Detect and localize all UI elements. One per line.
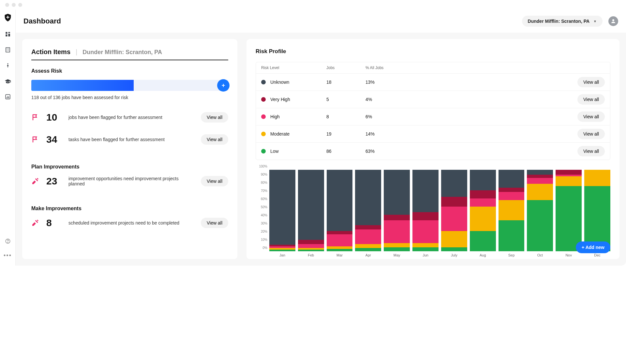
flag-icon	[31, 136, 40, 143]
metric-value: 34	[46, 134, 63, 145]
x-tick: Jan	[269, 253, 295, 257]
svg-rect-8	[7, 96, 8, 98]
action-items-title: Action Items	[31, 48, 70, 56]
svg-point-11	[7, 242, 8, 242]
svg-rect-9	[8, 96, 9, 98]
bar-segment	[298, 244, 324, 248]
tools-icon	[31, 177, 40, 185]
bar-segment	[412, 170, 439, 212]
col-pct: % All Jobs	[365, 66, 575, 70]
bar-column	[584, 170, 610, 251]
risk-color-dot	[261, 114, 266, 119]
person-icon[interactable]	[4, 62, 11, 69]
building-icon[interactable]	[4, 46, 11, 53]
y-tick: 80%	[261, 181, 267, 184]
x-tick: Feb	[298, 253, 324, 257]
bar-column	[556, 170, 582, 251]
view-all-button[interactable]: View all	[577, 94, 605, 105]
bar-segment	[527, 184, 553, 200]
bar-segment	[412, 243, 439, 247]
y-tick: 20%	[261, 230, 267, 233]
view-all-button[interactable]: View all	[201, 134, 228, 145]
bar-segment	[384, 170, 410, 215]
x-tick: Aug	[470, 253, 496, 257]
bar-column	[327, 170, 353, 251]
risk-table-row: Unknown1813%View all	[256, 73, 610, 91]
bar-column	[384, 170, 410, 251]
risk-level-label: Moderate	[270, 131, 290, 137]
chart-icon[interactable]	[4, 93, 11, 100]
view-all-button[interactable]: View all	[201, 176, 228, 186]
add-assessment-button[interactable]: +	[217, 79, 230, 92]
help-icon[interactable]	[4, 238, 11, 245]
bar-segment	[412, 247, 439, 252]
bar-segment	[384, 215, 410, 221]
bar-column	[499, 170, 525, 251]
x-tick: Dec	[584, 253, 610, 257]
assess-progress-label: 118 out of 136 jobs have been assessed f…	[31, 95, 228, 100]
x-tick: Nov	[556, 253, 582, 257]
view-all-button[interactable]: View all	[201, 218, 228, 228]
svg-point-12	[612, 19, 614, 21]
view-all-button[interactable]: View all	[577, 77, 605, 87]
bar-segment	[470, 231, 496, 252]
metric-row: 10jobs have been flagged for further ass…	[31, 112, 228, 123]
view-all-button[interactable]: View all	[577, 129, 605, 139]
page-title: Dashboard	[23, 17, 61, 25]
x-tick: Apr	[355, 253, 381, 257]
metric-row: 23improvement opportunities need improve…	[31, 176, 228, 187]
bar-segment	[355, 229, 381, 244]
metric-label: scheduled improvement projects need to b…	[68, 220, 195, 226]
bar-segment	[269, 250, 295, 251]
action-items-location: Dunder Mifflin: Scranton, PA	[82, 49, 162, 56]
risk-pct-value: 13%	[365, 80, 575, 85]
x-tick: Jun	[412, 253, 439, 257]
make-improvements-title: Make Improvements	[31, 206, 228, 211]
risk-pct-value: 63%	[365, 149, 575, 154]
bar-column	[527, 170, 553, 251]
risk-table-row: Very High54%View all	[256, 91, 610, 108]
risk-table: Risk Level Jobs % All Jobs Unknown1813%V…	[256, 62, 610, 160]
location-label: Dunder Mifflin: Scranton, PA	[528, 19, 590, 24]
metric-row: 34tasks have been flagged for further as…	[31, 134, 228, 145]
risk-table-row: High86%View all	[256, 108, 610, 125]
avatar[interactable]	[608, 16, 618, 26]
y-tick: 40%	[261, 213, 267, 217]
metric-label: jobs have been flagged for further asses…	[68, 115, 195, 120]
x-tick: Oct	[527, 253, 553, 257]
bar-segment	[470, 198, 496, 207]
chevron-down-icon: ▼	[593, 20, 597, 23]
svg-point-5	[7, 63, 8, 64]
action-items-card: Action Items | Dunder Mifflin: Scranton,…	[22, 39, 237, 259]
risk-stacked-chart: 0%10%20%30%40%50%60%70%80%90%100%	[256, 170, 610, 251]
view-all-button[interactable]: View all	[201, 112, 228, 123]
bar-segment	[298, 250, 324, 251]
metric-label: tasks have been flagged for further asse…	[68, 137, 195, 142]
y-tick: 100%	[259, 165, 267, 168]
risk-jobs-value: 19	[326, 131, 365, 137]
metric-value: 10	[46, 112, 63, 123]
bar-segment	[499, 220, 525, 251]
svg-rect-4	[6, 48, 10, 52]
metric-value: 23	[46, 176, 63, 187]
risk-color-dot	[261, 97, 266, 102]
bar-segment	[441, 197, 467, 207]
bar-segment	[441, 231, 467, 247]
svg-rect-2	[8, 34, 10, 36]
view-all-button[interactable]: View all	[577, 146, 605, 156]
add-new-button[interactable]: + Add new	[576, 241, 610, 253]
x-tick: May	[384, 253, 410, 257]
risk-profile-title: Risk Profile	[256, 48, 610, 55]
location-picker[interactable]: Dunder Mifflin: Scranton, PA ▼	[522, 16, 603, 27]
y-tick: 50%	[261, 205, 267, 209]
dashboard-icon[interactable]	[4, 31, 11, 38]
graduation-icon[interactable]	[4, 78, 11, 85]
metric-value: 8	[46, 217, 63, 228]
y-tick: 90%	[261, 173, 267, 176]
more-icon[interactable]: •••	[4, 252, 11, 259]
bar-segment	[441, 247, 467, 252]
bar-segment	[412, 212, 439, 220]
view-all-button[interactable]: View all	[577, 111, 605, 122]
tools-icon	[31, 219, 40, 227]
bar-segment	[384, 220, 410, 243]
